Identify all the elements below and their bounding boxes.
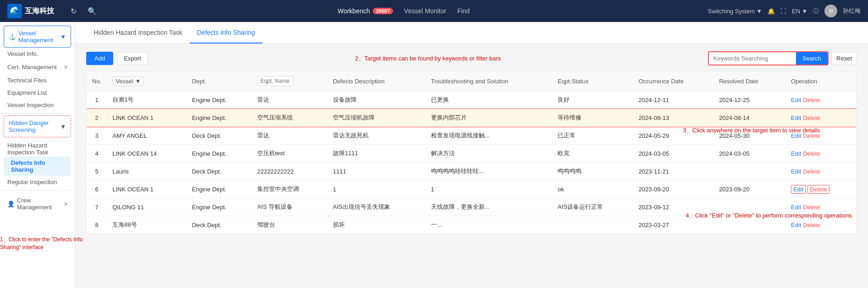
cell-dept: Engine Dept. xyxy=(187,198,252,216)
cell-dept: Engine Dept. xyxy=(187,109,252,127)
edit-button[interactable]: Edit xyxy=(791,168,801,175)
sidebar-item-vessel-inspection[interactable]: Vessel Inspection xyxy=(0,99,75,111)
cell-defects: 空气压缩机故障 xyxy=(327,109,426,127)
cell-operation: EditDelete xyxy=(785,163,857,180)
delete-button[interactable]: Delete xyxy=(803,132,820,139)
sidebar-hidden-danger-screening[interactable]: Hidden Danger Screening ▼ xyxy=(4,115,71,137)
cell-no: 6 xyxy=(87,180,107,198)
search-nav-icon[interactable]: 🔍 xyxy=(85,5,100,17)
cell-eqpt: 驾驶台 xyxy=(252,216,327,234)
toolbar: Add Export 2、Target items can be found b… xyxy=(86,51,857,65)
cell-operation: EditDelete xyxy=(785,145,857,163)
edit-button[interactable]: Edit xyxy=(791,222,801,228)
data-table: No. Vessel ▼ Dept. Defect xyxy=(86,71,857,234)
cell-occurrence: 2023-11-21 xyxy=(633,163,713,180)
cell-occurrence: 2024-12-11 xyxy=(633,91,713,109)
delete-button[interactable]: Delete xyxy=(803,97,820,103)
table-row[interactable]: 4 LINK OCEAN 14 Engine Dept. 空压机test 故障1… xyxy=(87,145,857,163)
cell-troubleshooting: 一... xyxy=(426,216,552,234)
find-link[interactable]: Find xyxy=(457,7,470,15)
cell-occurrence: 2024-03-05 xyxy=(633,145,713,163)
cell-occurrence: 2023-09-12 xyxy=(633,198,713,216)
username[interactable]: 孙红梅 xyxy=(843,7,861,15)
cell-dept: Deck Dept. xyxy=(187,216,252,234)
edit-button[interactable]: Edit xyxy=(791,132,801,139)
cell-dept: Deck Dept. xyxy=(187,163,252,180)
cell-resolved: 2023-09-20 xyxy=(713,180,785,198)
cell-defects: 设备故障 xyxy=(327,91,426,109)
search-wrapper: Search xyxy=(708,51,829,65)
help-icon[interactable]: ⓘ xyxy=(813,7,819,15)
delete-button[interactable]: Delete xyxy=(803,204,820,211)
table-row[interactable]: 1 自测1号 Engine Dept. 雷达 设备故障 已更换 良好 2024-… xyxy=(87,91,857,109)
cell-operation: EditDelete xyxy=(785,127,857,145)
edit-button[interactable]: Edit xyxy=(791,185,806,194)
sidebar-item-regular-inspection[interactable]: Regular Inspection xyxy=(0,176,75,188)
cell-resolved: 2024-12-25 xyxy=(713,91,785,109)
avatar[interactable]: 孙 xyxy=(824,5,837,17)
cell-occurrence: 2023-03-27 xyxy=(633,216,713,234)
cell-vessel: LINK OCEAN 1 xyxy=(107,109,186,127)
cell-status: AIS设备运行正常 xyxy=(552,198,633,216)
col-header-eqpt xyxy=(252,71,327,91)
cell-no: 2 xyxy=(87,109,107,127)
edit-button[interactable]: Edit xyxy=(791,114,801,121)
sidebar-item-vessel-info[interactable]: Vessel Info. xyxy=(0,48,75,60)
col-header-defects: Defects Description xyxy=(327,71,426,91)
edit-button[interactable]: Edit xyxy=(791,204,801,211)
anchor-icon: ⚓ xyxy=(9,33,16,40)
sidebar-item-technical-files[interactable]: Technical Files xyxy=(0,74,75,87)
sidebar-crew-management[interactable]: 👤 Crew Management > xyxy=(0,192,75,215)
notification-icon[interactable]: 🔔 xyxy=(768,8,775,15)
table-row[interactable]: 5 Lauris Deck Dept. 22222222222 1111 鸣鸣鸣… xyxy=(87,163,857,180)
back-icon[interactable]: ↻ xyxy=(68,5,79,17)
cell-eqpt: 雷达 xyxy=(252,91,327,109)
switching-system-btn[interactable]: Switching System ▼ xyxy=(708,8,762,15)
col-header-troubleshooting: Troubleshooting and Solution xyxy=(426,71,552,91)
table-row[interactable]: 8 互海88号 Deck Dept. 驾驶台 损坏 一... 2023-03-2… xyxy=(87,216,857,234)
vessel-monitor-link[interactable]: Vessel Monitor xyxy=(404,7,446,15)
sidebar-item-cert-management[interactable]: Cert. Management > xyxy=(0,60,75,74)
delete-button[interactable]: Delete xyxy=(807,185,829,194)
eqpt-filter-input[interactable] xyxy=(257,76,294,86)
cell-occurrence: 2024-08-13 xyxy=(633,109,713,127)
cell-troubleshooting: 鸣鸣鸣鸣哇哇哇哇... xyxy=(426,163,552,180)
col-header-resolved: Resolved Date xyxy=(713,71,785,91)
reset-button[interactable]: Reset xyxy=(831,52,857,65)
sidebar-item-equipment-list[interactable]: Equipment List xyxy=(0,87,75,99)
table-row[interactable]: 7 QILONG 11 Engine Dept. AIS 导航设备 AIS出现信… xyxy=(87,198,857,216)
search-button[interactable]: Search xyxy=(796,52,828,65)
delete-button[interactable]: Delete xyxy=(803,168,820,175)
edit-button[interactable]: Edit xyxy=(791,150,801,157)
cell-status: 等待维修 xyxy=(552,109,633,127)
add-button[interactable]: Add xyxy=(86,52,113,65)
language-btn[interactable]: EN ▼ xyxy=(792,8,807,15)
table-row[interactable]: 2 LINK OCEAN 1 Engine Dept. 空气压缩系统 空气压缩机… xyxy=(87,109,857,127)
table-row[interactable]: 6 LINK OCEAN 1 Engine Dept. 集控室中央空调 1 1 … xyxy=(87,180,857,198)
cell-operation: EditDelete xyxy=(785,91,857,109)
delete-button[interactable]: Delete xyxy=(803,222,820,228)
sidebar-vessel-management[interactable]: ⚓ Vessel Management ▼ xyxy=(4,26,71,48)
cell-troubleshooting: 天线故障，更换全新... xyxy=(426,198,552,216)
fullscreen-icon[interactable]: ⛶ xyxy=(780,8,786,15)
search-input[interactable] xyxy=(709,52,796,65)
edit-button[interactable]: Edit xyxy=(791,97,801,103)
tab-hidden-hazard[interactable]: Hidden Hazard Inspection Task xyxy=(86,22,190,43)
tab-defects-info[interactable]: Defects Info Sharing xyxy=(190,22,263,43)
workbench-link[interactable]: Workbench 28687 xyxy=(337,7,393,15)
sidebar-item-defects-info-sharing[interactable]: Defects Info Sharing xyxy=(4,157,71,176)
delete-button[interactable]: Delete xyxy=(803,150,820,157)
cell-eqpt: 空气压缩系统 xyxy=(252,109,327,127)
cell-no: 7 xyxy=(87,198,107,216)
app-logo: 🌊 互海科技 xyxy=(7,4,62,18)
table-row[interactable]: 3 AMY ANGEL Deck Dept. 雷达 雷达无故死机 检查发现电源线… xyxy=(87,127,857,145)
cell-vessel: 互海88号 xyxy=(107,216,186,234)
cell-status: 鸣鸣鸣鸣 xyxy=(552,163,633,180)
export-button[interactable]: Export xyxy=(117,52,148,65)
delete-button[interactable]: Delete xyxy=(803,114,820,121)
cell-vessel: LINK OCEAN 1 xyxy=(107,180,186,198)
toolbar-left: Add Export xyxy=(86,52,148,65)
cell-resolved: 2024-03-05 xyxy=(713,145,785,163)
cell-defects: 故障1111 xyxy=(327,145,426,163)
sidebar-item-hidden-hazard-task[interactable]: Hidden Hazard Inspection Task xyxy=(0,139,75,157)
